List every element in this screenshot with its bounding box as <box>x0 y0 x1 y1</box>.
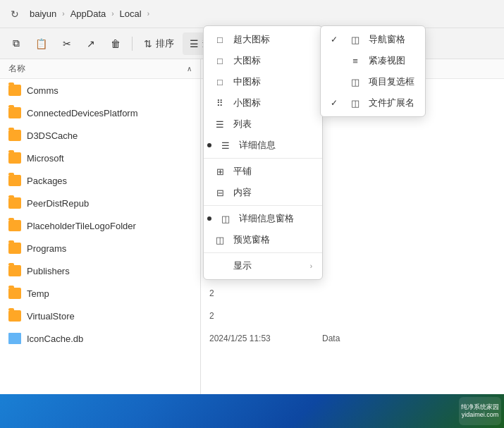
refresh-icon[interactable]: ↻ <box>8 8 21 20</box>
medium-icon-option[interactable]: □ 中图标 <box>204 71 322 92</box>
breadcrumb-item[interactable]: AppData <box>68 7 109 20</box>
name-column-header: 名称 <box>8 63 185 75</box>
file-list-header: 名称 ∧ <box>0 59 200 79</box>
file-name: D3DSCache <box>27 130 78 141</box>
breadcrumb-item[interactable]: baiyun <box>27 7 59 20</box>
delete-icon: 🗑 <box>111 38 121 49</box>
menu-item-label: 平铺 <box>233 165 312 178</box>
list-item[interactable]: Temp <box>0 282 200 305</box>
nav-pane-option[interactable]: ✓ ◫ 导航窗格 <box>321 29 425 50</box>
folder-icon <box>8 152 21 164</box>
title-bar: ↻ baiyun › AppData › Local › <box>0 0 504 28</box>
taskbar: 纯净系统家园 yidaimei.com <box>0 394 504 428</box>
list-item[interactable]: Publishers <box>0 259 200 282</box>
menu-item-label: 详细信息窗格 <box>239 212 312 225</box>
toolbar-separator <box>132 37 133 51</box>
menu-item-label: 内容 <box>233 186 312 199</box>
check-icon: ✓ <box>331 98 342 108</box>
breadcrumb-item[interactable]: Local <box>117 7 145 20</box>
view-icon: ☰ <box>190 38 199 49</box>
list-item[interactable]: Comms <box>0 79 200 102</box>
item-type: Data <box>322 334 379 343</box>
folder-icon <box>8 175 21 186</box>
file-name: PeerDistRepub <box>27 198 89 209</box>
file-name: Packages <box>27 176 67 186</box>
file-name: Comms <box>27 85 59 96</box>
list-item[interactable]: PlaceholderTileLogoFolder <box>0 214 200 237</box>
item-date: 2 <box>209 311 308 321</box>
folder-icon <box>8 197 21 209</box>
display-submenu: ✓ ◫ 导航窗格 ✓ ≡ 紧凑视图 ✓ ◫ 项目复选框 ✓ ◫ 文件扩展名 <box>320 25 426 117</box>
details-pane-option[interactable]: ◫ 详细信息窗格 <box>204 208 322 229</box>
list-item[interactable]: ConnectedDevicesPlatform <box>0 102 200 124</box>
file-name: Temp <box>27 288 49 299</box>
file-name: IconCache.db <box>27 334 83 344</box>
menu-item-label: 预览窗格 <box>233 233 312 246</box>
compact-view-option[interactable]: ✓ ≡ 紧凑视图 <box>321 50 425 71</box>
list-item[interactable]: IconCache.db <box>0 327 200 350</box>
breadcrumb-chevron: › <box>62 10 64 18</box>
list-item[interactable]: Packages <box>0 169 200 192</box>
delete-button[interactable]: 🗑 <box>104 32 128 55</box>
menu-divider <box>204 252 322 253</box>
display-option[interactable]: 显示 › <box>204 255 322 276</box>
badge-text: 纯净系统家园 yidaimei.com <box>459 403 501 419</box>
paste-button[interactable]: 📋 <box>28 32 54 55</box>
sort-icon: ⇅ <box>144 38 152 49</box>
large-icon-option[interactable]: □ 大图标 <box>204 50 322 71</box>
extra-large-icon-option[interactable]: □ 超大图标 <box>204 29 322 50</box>
medium-icon: □ <box>214 75 226 88</box>
folder-icon <box>8 107 21 118</box>
details-icon: ☰ <box>219 139 232 152</box>
folder-icon <box>8 130 21 141</box>
list-item[interactable]: Microsoft <box>0 147 200 169</box>
breadcrumb: baiyun › AppData › Local › <box>27 7 149 20</box>
menu-item-label: 小图标 <box>233 97 312 109</box>
file-name: PlaceholderTileLogoFolder <box>27 221 136 231</box>
sort-button[interactable]: ⇅ 排序 <box>137 32 181 55</box>
share-button[interactable]: ↗ <box>80 32 102 55</box>
check-icon: ✓ <box>331 56 342 66</box>
tiles-option[interactable]: ⊞ 平铺 <box>204 161 322 182</box>
file-name: Publishers <box>27 266 70 276</box>
list-item[interactable]: D3DSCache <box>0 124 200 147</box>
folder-icon <box>8 288 21 299</box>
details-option[interactable]: ☰ 详细信息 <box>204 135 322 156</box>
extra-large-icon: □ <box>214 33 226 46</box>
list-icon: ☰ <box>214 118 226 130</box>
folder-icon <box>8 310 21 322</box>
file-name: Microsoft <box>27 153 64 164</box>
folder-icon <box>8 220 21 231</box>
copy-icon: ⧉ <box>13 37 20 49</box>
file-name: ConnectedDevicesPlatform <box>27 108 138 118</box>
copy-button[interactable]: ⧉ <box>6 32 27 55</box>
menu-divider <box>204 158 322 159</box>
small-icon-option[interactable]: ⠿ 小图标 <box>204 92 322 114</box>
file-name: Programs <box>27 243 66 254</box>
cut-button[interactable]: ✂ <box>56 32 78 55</box>
checkboxes-option[interactable]: ✓ ◫ 项目复选框 <box>321 71 425 92</box>
extensions-icon: ◫ <box>349 97 362 109</box>
list-item[interactable]: Programs <box>0 237 200 259</box>
details-pane-icon: ◫ <box>219 212 232 225</box>
check-icon: ✓ <box>331 77 342 87</box>
menu-item-label: 项目复选框 <box>369 75 415 88</box>
preview-pane-option[interactable]: ◫ 预览窗格 <box>204 229 322 250</box>
extensions-option[interactable]: ✓ ◫ 文件扩展名 <box>321 92 425 114</box>
file-icon <box>8 333 21 344</box>
list-option[interactable]: ☰ 列表 <box>204 114 322 135</box>
preview-pane-icon: ◫ <box>214 233 226 246</box>
list-item[interactable]: VirtualStore <box>0 305 200 327</box>
list-item[interactable]: PeerDistRepub <box>0 192 200 214</box>
content-option[interactable]: ⊟ 内容 <box>204 182 322 203</box>
menu-divider <box>204 205 322 206</box>
file-list: 名称 ∧ Comms ConnectedDevicesPlatform D3DS… <box>0 59 201 428</box>
tiles-icon: ⊞ <box>214 165 226 178</box>
menu-item-label: 超大图标 <box>233 33 312 46</box>
sort-label: 排序 <box>156 37 174 50</box>
list-item[interactable]: 2 <box>201 305 504 327</box>
display-icon <box>214 259 226 272</box>
list-item[interactable]: 2024/1/25 11:53 Data <box>201 327 504 350</box>
list-item[interactable]: 2 <box>201 282 504 305</box>
submenu-chevron: › <box>310 262 312 270</box>
